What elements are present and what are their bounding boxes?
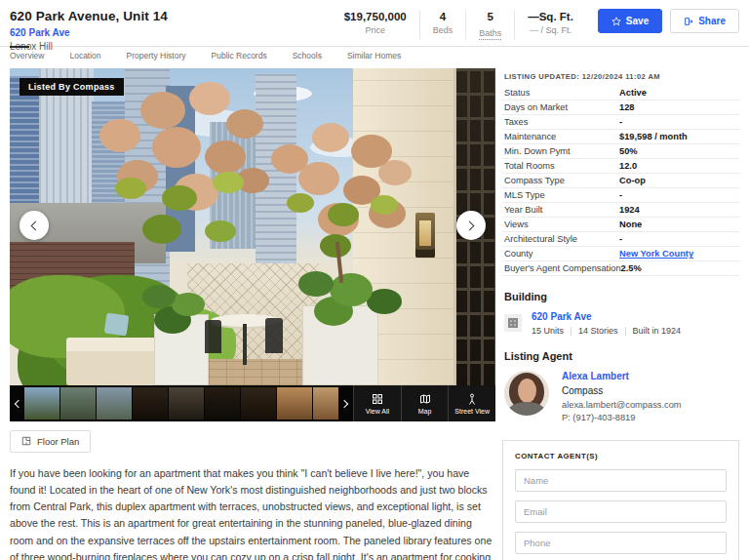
detail-value: Active: [619, 88, 739, 98]
building-name-link[interactable]: 620 Park Ave: [532, 311, 681, 322]
street-view-button[interactable]: Street View: [448, 385, 495, 421]
divider: [625, 327, 626, 336]
detail-row-architectural-style: Architectural Style-: [502, 232, 739, 247]
thumbnails-next-button[interactable]: [338, 401, 353, 407]
contact-agent-form: CONTACT AGENT(S) I would like more infor…: [502, 440, 739, 560]
street-view-label: Street View: [454, 408, 490, 415]
detail-value: 12.0: [619, 161, 739, 171]
detail-value[interactable]: New York County: [619, 249, 739, 259]
photo-hydrangea-tree: [99, 119, 140, 152]
thumbnail-list: [24, 387, 338, 420]
detail-value: 50%: [619, 146, 739, 156]
agent-phone: P: (917)-403-8819: [562, 413, 682, 422]
save-button[interactable]: Save: [598, 9, 662, 33]
street-view-person-icon: [466, 393, 478, 405]
listing-description: If you have been looking for an apartmen…: [10, 465, 495, 560]
detail-value: 1924: [619, 205, 739, 215]
agent-name-link[interactable]: Alexa Lambert: [562, 371, 682, 381]
photo-next-button[interactable]: [456, 211, 486, 240]
map-button[interactable]: Map: [401, 385, 449, 421]
view-all-label: View All: [366, 408, 389, 415]
stat-label: Beds: [433, 25, 453, 35]
main-photo[interactable]: Listed By Compass: [10, 68, 495, 385]
detail-label: MLS Type: [504, 190, 619, 200]
detail-row-min-down-pymt: Min. Down Pymt50%: [502, 144, 739, 159]
building-meta: 15 Units14 StoriesBuilt in 1924: [532, 326, 681, 336]
photo-prev-button[interactable]: [20, 211, 49, 240]
detail-row-mls-type: MLS Type-: [502, 188, 739, 203]
agent-email: alexa.lambert@compass.com: [562, 400, 682, 410]
detail-value: 2.5%: [621, 263, 739, 273]
tab-similar-homes[interactable]: Similar Homes: [347, 47, 401, 64]
detail-label: Min. Down Pymt: [504, 146, 619, 156]
photo-thumbnail[interactable]: [241, 387, 276, 420]
building-card: 620 Park Ave 15 Units14 StoriesBuilt in …: [502, 311, 739, 336]
stat-beds: 4Beds: [419, 11, 466, 40]
building-meta-item: Built in 1924: [633, 326, 682, 336]
photo-thumbnail[interactable]: [169, 387, 204, 420]
detail-row-total-rooms: Total Rooms12.0: [502, 159, 739, 174]
building-meta-item: 14 Stories: [578, 326, 618, 336]
name-input[interactable]: [515, 469, 727, 492]
building-section-heading: Building: [504, 291, 739, 302]
detail-row-status: StatusActive: [502, 86, 739, 100]
building-meta-item: 15 Units: [532, 326, 564, 336]
thumbnails-prev-button[interactable]: [10, 401, 24, 407]
chevron-right-icon: [340, 399, 348, 407]
photo-lantern: [415, 213, 435, 258]
detail-row-county: CountyNew York County: [502, 247, 739, 261]
stat-baths: 5Baths: [465, 11, 514, 40]
view-all-button[interactable]: View All: [353, 385, 401, 421]
photo-thumbnail[interactable]: [277, 387, 312, 420]
photo-thumbnail[interactable]: [313, 387, 338, 420]
detail-label: Taxes: [504, 117, 619, 127]
email-input[interactable]: [515, 500, 727, 523]
detail-label: Days on Market: [504, 102, 619, 112]
floor-plan-label: Floor Plan: [37, 436, 79, 447]
photo-thumbnail[interactable]: [205, 387, 240, 420]
listed-by-badge: Listed By Compass: [20, 78, 124, 96]
listing-updated-label: LISTING UPDATED: 12/20/2024 11:02 AM: [504, 72, 739, 81]
detail-row-maintenance: Maintenance$19,598 / month: [502, 130, 739, 144]
floor-plan-icon: [21, 436, 31, 448]
detail-value: -: [619, 117, 739, 127]
phone-input[interactable]: [515, 532, 727, 554]
save-button-label: Save: [626, 16, 649, 26]
stat-sq-ft: —Sq. Ft.— / Sq. Ft.: [514, 11, 586, 40]
header-stats: $19,750,000Price4Beds5Baths—Sq. Ft.— / S…: [332, 11, 586, 40]
detail-label: Status: [504, 88, 619, 98]
tab-public-records[interactable]: Public Records: [212, 47, 267, 64]
detail-label: Views: [504, 220, 619, 229]
detail-row-taxes: Taxes-: [502, 115, 739, 130]
photo-planter: [154, 314, 209, 385]
share-button[interactable]: Share: [670, 9, 739, 33]
tab-overview[interactable]: Overview: [10, 47, 44, 64]
stat-value: —Sq. Ft.: [528, 11, 573, 22]
detail-label: Architectural Style: [504, 234, 619, 244]
stat-value: $19,750,000: [344, 11, 407, 22]
detail-value: Co-op: [619, 176, 739, 185]
detail-label: Maintenance: [504, 132, 619, 141]
map-icon: [419, 393, 431, 405]
stat-label: — / Sq. Ft.: [528, 25, 573, 35]
star-icon: [611, 17, 621, 26]
floor-plan-button[interactable]: Floor Plan: [10, 430, 91, 453]
tab-location[interactable]: Location: [69, 47, 100, 64]
share-button-label: Share: [698, 16, 726, 26]
stat-value: 4: [433, 11, 453, 22]
agent-section-heading: Listing Agent: [504, 350, 739, 362]
detail-row-year-built: Year Built1924: [502, 203, 739, 218]
photo-thumbnail[interactable]: [133, 387, 168, 420]
detail-value: -: [619, 190, 739, 200]
detail-label: Buyer's Agent Compensation: [504, 263, 621, 273]
detail-value: None: [619, 220, 739, 229]
photo-thumbnail[interactable]: [24, 387, 59, 420]
detail-label: Compass Type: [504, 176, 619, 185]
detail-row-compass-type: Compass TypeCo-op: [502, 174, 739, 188]
thumbnail-strip: View All Map Street View: [10, 385, 495, 421]
photo-thumbnail[interactable]: [60, 387, 96, 420]
photo-thumbnail[interactable]: [97, 387, 132, 420]
tab-schools[interactable]: Schools: [293, 47, 322, 64]
listing-agent-card: Alexa Lambert Compass alexa.lambert@comp…: [502, 371, 739, 425]
tab-property-history[interactable]: Property History: [127, 47, 186, 64]
